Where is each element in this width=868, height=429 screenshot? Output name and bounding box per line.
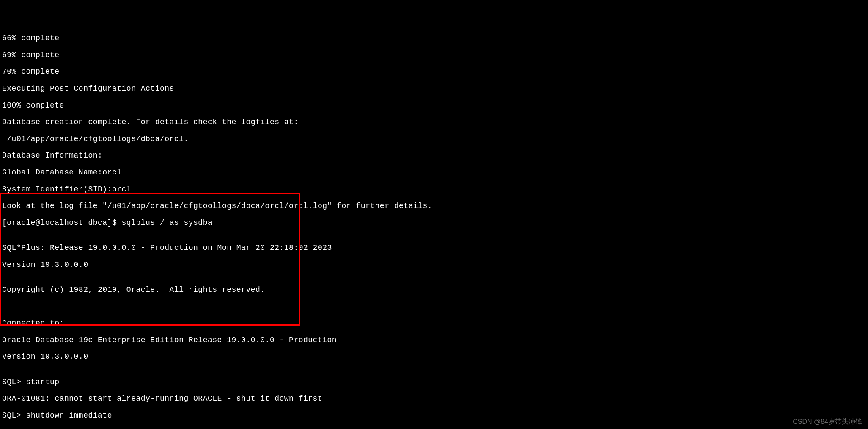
- terminal-output-line: ORA-01081: cannot start already-running …: [2, 395, 866, 403]
- terminal-output-line: Executing Post Configuration Actions: [2, 85, 866, 93]
- terminal-output-line: Oracle Database 19c Enterprise Edition R…: [2, 336, 866, 345]
- terminal-output-line: 70% complete: [2, 68, 866, 76]
- terminal-output-line: SQL*Plus: Release 19.0.0.0.0 - Productio…: [2, 244, 866, 252]
- terminal-output-line: 100% complete: [2, 102, 866, 110]
- annotation-highlight-box: [0, 193, 300, 326]
- terminal-output-line: Global Database Name:orcl: [2, 169, 866, 177]
- terminal-output-line: System Identifier(SID):orcl: [2, 185, 866, 194]
- terminal-output-line: Version 19.3.0.0.0: [2, 261, 866, 269]
- sql-prompt-line: SQL> shutdown immediate: [2, 412, 866, 420]
- terminal-output-line: Connected to:: [2, 319, 866, 328]
- shell-prompt-line: [oracle@localhost dbca]$ sqlplus / as sy…: [2, 219, 866, 227]
- terminal-output-line: 66% complete: [2, 34, 866, 43]
- terminal-output-line: Database creation complete. For details …: [2, 118, 866, 127]
- terminal-output-line: 69% complete: [2, 51, 866, 60]
- csdn-watermark: CSDN @84岁带头冲锋: [793, 418, 862, 426]
- terminal-output-line: Version 19.3.0.0.0: [2, 353, 866, 361]
- terminal-output-line: Database Information:: [2, 152, 866, 160]
- terminal-output-line: Look at the log file "/u01/app/oracle/cf…: [2, 202, 866, 210]
- sql-prompt-line: SQL> startup: [2, 378, 866, 387]
- terminal-output-line: Copyright (c) 1982, 2019, Oracle. All ri…: [2, 286, 866, 294]
- terminal-output-line: /u01/app/oracle/cfgtoollogs/dbca/orcl.: [2, 135, 866, 144]
